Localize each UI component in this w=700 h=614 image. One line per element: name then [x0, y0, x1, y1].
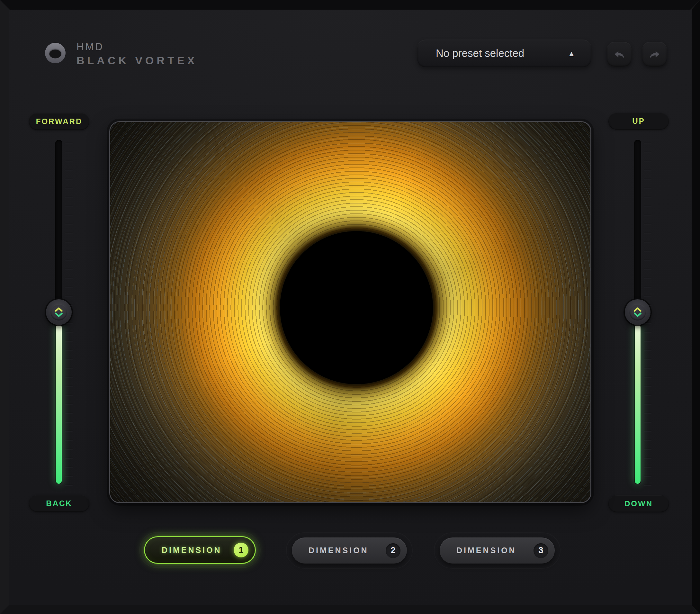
- dimension-1-label: DIMENSION: [162, 545, 222, 555]
- brand-logo-icon: [45, 43, 65, 63]
- down-label: DOWN: [609, 495, 669, 512]
- product-name: BLACK VORTEX: [76, 54, 197, 67]
- dimension-1-badge: 1: [234, 543, 248, 557]
- brand-block: HMD BLACK VORTEX: [76, 41, 197, 67]
- up-down-slider-scale: [644, 143, 652, 486]
- dimension-2-badge: 2: [386, 543, 400, 558]
- redo-arrow-icon: [648, 48, 661, 61]
- dimension-3-button[interactable]: DIMENSION 3: [440, 538, 555, 564]
- thumb-face: [629, 304, 646, 320]
- preset-dropdown-triangle-icon: ▲: [567, 49, 575, 58]
- undo-button[interactable]: [607, 42, 632, 66]
- up-label: UP: [609, 113, 669, 130]
- up-down-chevrons-icon: [53, 306, 65, 318]
- dimension-3-label: DIMENSION: [457, 546, 516, 555]
- dimension-1-button[interactable]: DIMENSION 1: [144, 536, 256, 564]
- up-down-chevrons-icon: [632, 306, 644, 318]
- brand-name: HMD: [76, 41, 197, 53]
- dimension-3-badge: 3: [534, 543, 548, 558]
- dimension-2-button[interactable]: DIMENSION 2: [292, 538, 407, 564]
- dimension-2-label: DIMENSION: [309, 546, 368, 555]
- slider-fill: [56, 324, 62, 484]
- plugin-window: HMD BLACK VORTEX No preset selected ▲ FO…: [0, 0, 700, 614]
- thumb-face: [50, 304, 67, 320]
- preset-value: No preset selected: [436, 47, 524, 60]
- undo-arrow-icon: [613, 48, 626, 61]
- vortex-vignette: [110, 122, 590, 502]
- forward-label: FORWARD: [29, 113, 89, 130]
- preset-selector[interactable]: No preset selected ▲: [417, 39, 591, 67]
- forward-back-slider-scale: [65, 143, 73, 486]
- redo-button[interactable]: [642, 42, 667, 66]
- logo-ring-hole: [50, 49, 61, 58]
- slider-fill: [635, 324, 640, 484]
- back-label: BACK: [29, 495, 89, 512]
- up-down-slider[interactable]: [634, 140, 641, 484]
- black-vortex-visualization: [109, 121, 591, 503]
- forward-back-slider[interactable]: [55, 140, 62, 484]
